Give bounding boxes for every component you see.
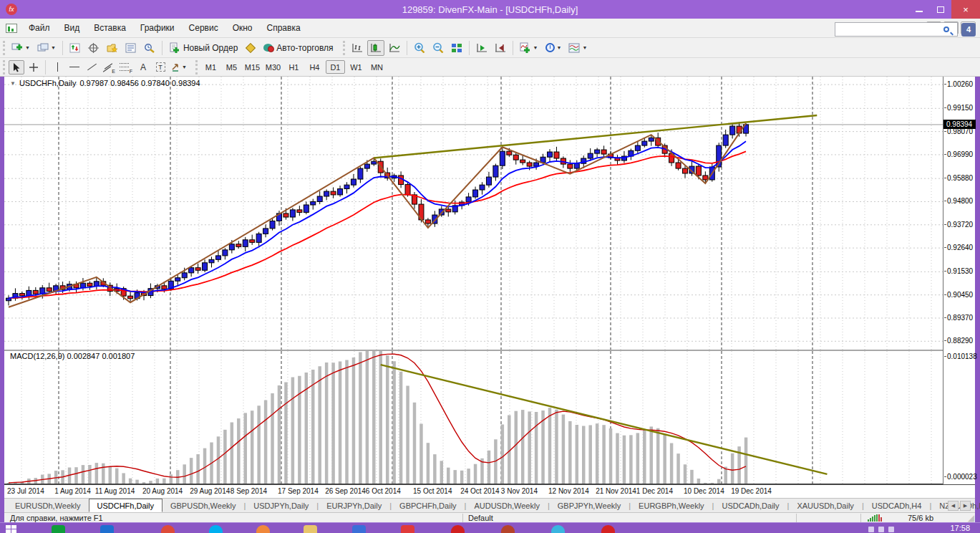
timeframe-m15[interactable]: M15 [243, 60, 262, 74]
timeframe-m30[interactable]: M30 [263, 60, 283, 74]
minimize-button[interactable] [908, 0, 930, 19]
timeframe-h4[interactable]: H4 [305, 60, 324, 74]
price-chart[interactable] [4, 77, 943, 350]
tab-gbpusdh-weekly[interactable]: GBPUSDh,Weekly [162, 499, 244, 512]
taskbar-app-browser-orange-icon[interactable] [256, 525, 270, 533]
channel-button[interactable]: E [101, 60, 117, 75]
taskbar-app-skype-icon[interactable] [209, 525, 223, 533]
profiles-button[interactable]: ▼ [34, 40, 59, 56]
timeframe-w1[interactable]: W1 [346, 60, 366, 74]
autotrading-button[interactable]: Авто-торговля [261, 40, 336, 56]
menu-item-insert[interactable]: Вставка [87, 20, 133, 36]
tab-gbpjpyh-weekly[interactable]: GBPJPYh,Weekly [550, 499, 629, 512]
toolbar-grip[interactable] [343, 41, 345, 55]
tab-usdjpyh-daily[interactable]: USDJPYh,Daily [246, 499, 316, 512]
resize-grip[interactable]: ◢ [968, 513, 974, 523]
taskbar-app-my-computer-icon[interactable] [352, 525, 366, 533]
close-button[interactable]: × [951, 0, 980, 19]
status-profile[interactable]: Default [468, 514, 493, 522]
tab-gbpchfh-daily[interactable]: GBPCHFh,Daily [392, 499, 464, 512]
tabs-scroll-right-button[interactable]: ▶ [960, 501, 971, 511]
indicators-button[interactable]: ▼ [517, 40, 541, 56]
tab-usdchfh-daily[interactable]: USDCHFh,Daily [89, 499, 162, 512]
tile-windows-button[interactable] [448, 40, 465, 56]
chart-line-button[interactable] [386, 40, 403, 56]
text-button[interactable]: A [135, 60, 151, 75]
menu-item-help[interactable]: Справка [260, 20, 308, 36]
ohlc-expand-button[interactable]: ▼ [10, 80, 16, 87]
date-axis-label: 15 Oct 2014 [413, 487, 452, 495]
chart-shift-button[interactable] [492, 40, 509, 56]
toolbar-grip[interactable] [195, 60, 198, 75]
chart-candles-button[interactable] [367, 40, 384, 56]
tab-eurusdh-weekly[interactable]: EURUSDh,Weekly [7, 499, 89, 512]
date-axis[interactable]: 23 Jul 20141 Aug 201411 Aug 201420 Aug 2… [4, 485, 975, 498]
new-order-button[interactable]: Новый Ордер [166, 40, 241, 56]
text-label-button[interactable]: T [152, 60, 168, 75]
tab-usdcadh-h4[interactable]: USDCADh,H4 [864, 499, 930, 512]
search-input[interactable] [838, 24, 942, 35]
tab-eurjpyh-daily[interactable]: EURJPYh,Daily [319, 499, 389, 512]
zoom-in-button[interactable] [411, 40, 428, 56]
timeframe-m5[interactable]: M5 [222, 60, 241, 74]
strategy-tester-button[interactable] [141, 40, 158, 56]
menu-item-service[interactable]: Сервис [182, 20, 225, 36]
tab-eurgbph-weekly[interactable]: EURGBPh,Weekly [631, 499, 712, 512]
taskbar-app-yandex-icon[interactable] [401, 525, 414, 533]
tab-audusdh-weekly[interactable]: AUDUSDh,Weekly [466, 499, 548, 512]
taskbar-app-antivirus-icon[interactable] [451, 525, 465, 533]
tab-xauusdh-daily[interactable]: XAUUSDh,Daily [789, 499, 861, 512]
trendline-button[interactable] [84, 60, 100, 75]
new-chart-button[interactable]: ▼ [9, 40, 33, 56]
arrows-button[interactable]: ▼ [170, 60, 188, 75]
chart-window-icon[interactable] [6, 24, 17, 33]
timeframe-m1[interactable]: M1 [201, 60, 220, 74]
maximize-button[interactable] [930, 0, 951, 19]
taskbar-app-mail-icon[interactable] [100, 525, 114, 533]
new-chart-icon [11, 43, 23, 53]
vertical-line-button[interactable] [49, 60, 65, 75]
menu-item-file[interactable]: Файл [21, 20, 57, 36]
menu-item-window[interactable]: Окно [225, 20, 260, 36]
taskbar-app-sphere-app-icon[interactable] [501, 525, 515, 533]
tab-usdcadh-daily[interactable]: USDCADh,Daily [714, 499, 787, 512]
taskbar-app-settings-gear-icon[interactable] [601, 525, 615, 533]
market-watch-button[interactable] [67, 40, 84, 56]
taskbar-clock[interactable]: 17:58 [950, 524, 970, 532]
horizontal-line-button[interactable] [67, 60, 82, 75]
window-title: 129859: DivenFX-Main - [USDCHFh,Daily] [402, 4, 578, 15]
chart-tab-bar: EURUSDh,WeeklyUSDCHFh,DailyGBPUSDh,Weekl… [4, 498, 975, 512]
data-window-button[interactable] [85, 40, 102, 56]
taskbar-app-store-icon[interactable] [52, 525, 65, 533]
macd-indicator-pane[interactable] [4, 350, 943, 484]
date-axis-label: 12 Nov 2014 [548, 487, 589, 495]
community-button[interactable]: 4 [961, 23, 976, 37]
tabs-scroll-left-button[interactable]: ◀ [948, 501, 959, 511]
menu-item-charts[interactable]: Графики [133, 20, 182, 36]
timeframe-mn[interactable]: MN [367, 60, 387, 74]
templates-button[interactable]: ▼ [566, 40, 590, 56]
taskbar-app-file-manager-icon[interactable] [304, 525, 317, 533]
start-button[interactable] [6, 525, 17, 533]
timeframe-d1[interactable]: D1 [326, 60, 345, 74]
taskbar-app-chrome-icon[interactable] [161, 525, 175, 533]
taskbar-app-media-app-icon[interactable] [551, 525, 565, 533]
zoom-out-button[interactable] [430, 40, 447, 56]
toolbar-grip[interactable] [3, 60, 5, 75]
search-icon[interactable] [943, 27, 949, 32]
cursor-button[interactable] [9, 60, 24, 75]
system-tray[interactable] [868, 527, 894, 532]
metaeditor-button[interactable] [242, 40, 259, 56]
timeframe-h1[interactable]: H1 [284, 60, 304, 74]
auto-scroll-button[interactable] [473, 40, 490, 56]
toolbar-grip[interactable] [3, 41, 5, 55]
terminal-button[interactable] [122, 40, 140, 56]
fibonacci-button[interactable]: F [118, 60, 134, 75]
chart-bars-button[interactable] [349, 40, 366, 56]
crosshair-button[interactable] [26, 60, 42, 75]
periods-button[interactable]: ▼ [543, 40, 565, 56]
price-axis[interactable]: 1.002600.991500.980700.969900.958800.948… [943, 77, 975, 484]
navigator-button[interactable] [104, 40, 121, 56]
status-separator [462, 514, 463, 522]
menu-item-view[interactable]: Вид [57, 20, 87, 36]
